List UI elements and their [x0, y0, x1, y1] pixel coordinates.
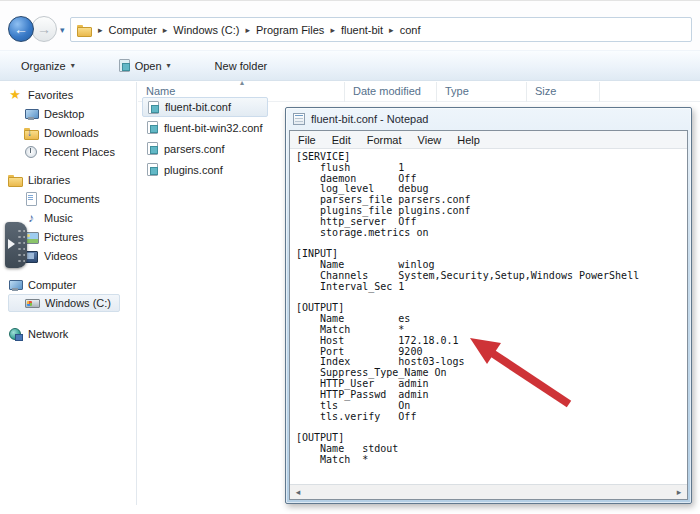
file-name: fluent-bit-win32.conf: [164, 122, 262, 134]
sidebar-item-label: Downloads: [44, 127, 98, 139]
sort-ascending-icon: ▴: [240, 78, 244, 87]
computer-icon: [8, 278, 22, 292]
menu-file[interactable]: File: [290, 134, 324, 146]
forward-button[interactable]: →: [31, 16, 57, 42]
chevron-down-icon: ▾: [167, 61, 171, 70]
sidebar-item-windows-c[interactable]: Windows (C:): [8, 294, 120, 312]
libraries-icon: [8, 173, 22, 187]
breadcrumb-program-files[interactable]: Program Files: [256, 24, 324, 36]
file-row-fluent-bit-conf[interactable]: fluent-bit.conf: [142, 97, 268, 117]
forward-icon: →: [37, 21, 51, 37]
file-row-parsers-conf[interactable]: parsers.conf: [142, 138, 292, 159]
address-bar[interactable]: ▸ Computer ▸ Windows (C:) ▸ Program File…: [70, 17, 692, 42]
sidebar-item-music[interactable]: ♪ Music: [8, 208, 136, 227]
sidebar-item-documents[interactable]: Documents: [8, 189, 136, 208]
conf-file-icon: [148, 101, 159, 114]
sidebar-item-videos[interactable]: Videos: [8, 246, 136, 265]
breadcrumb-conf[interactable]: conf: [400, 24, 421, 36]
sidebar-item-label: Music: [44, 212, 73, 224]
chevron-down-icon: ▾: [71, 61, 75, 70]
sidebar-item-network[interactable]: Network: [8, 324, 136, 343]
screen-edge-widget[interactable]: [5, 222, 27, 268]
config-file-content: [SERVICE] flush 1 daemon Off log_level d…: [290, 150, 687, 466]
sidebar-item-label: Recent Places: [44, 146, 115, 158]
sidebar-item-label: Windows (C:): [45, 297, 111, 309]
music-note-icon: ♪: [24, 211, 38, 225]
clock-icon: [24, 145, 38, 159]
breadcrumb-windows-c[interactable]: Windows (C:): [173, 24, 239, 36]
download-arrow-icon: ↓: [27, 127, 32, 138]
downloads-icon: ↓: [24, 126, 38, 140]
menu-help[interactable]: Help: [449, 134, 488, 146]
chevron-right-icon: ▸: [330, 25, 335, 35]
conf-file-icon: [147, 163, 158, 176]
file-row-fluent-bit-win32-conf[interactable]: fluent-bit-win32.conf: [142, 117, 292, 138]
organize-label: Organize: [21, 60, 66, 72]
notepad-text-area[interactable]: [SERVICE] flush 1 daemon Off log_level d…: [290, 150, 687, 484]
file-name: fluent-bit.conf: [165, 101, 231, 113]
sidebar-item-label: Desktop: [44, 108, 84, 120]
menu-format[interactable]: Format: [359, 134, 410, 146]
sidebar-item-label: Pictures: [44, 231, 84, 243]
back-button[interactable]: ←: [8, 16, 34, 42]
sidebar-item-computer[interactable]: Computer: [8, 275, 136, 294]
star-icon: ★: [8, 88, 22, 102]
column-header-size[interactable]: Size: [527, 82, 600, 102]
sidebar-item-libraries[interactable]: Libraries: [8, 170, 136, 189]
menu-view[interactable]: View: [410, 134, 450, 146]
hard-drive-icon: [25, 296, 39, 310]
new-folder-label: New folder: [215, 60, 268, 72]
column-header-date-modified[interactable]: Date modified: [345, 82, 437, 102]
sidebar-item-pictures[interactable]: Pictures: [8, 227, 136, 246]
file-row-plugins-conf[interactable]: plugins.conf: [142, 159, 292, 180]
sidebar-item-label: Computer: [28, 279, 76, 291]
sidebar-item-desktop[interactable]: Desktop: [8, 104, 136, 123]
notepad-title-bar[interactable]: fluent-bit.conf - Notepad: [286, 108, 691, 129]
chevron-right-icon: ▸: [245, 25, 250, 35]
screenshot-root: { "icons": { "back": "←", "forward": "→"…: [0, 0, 700, 514]
dot-grid-icon: [17, 228, 25, 262]
desktop-icon: [24, 107, 38, 121]
chevron-right-icon: ▸: [389, 25, 394, 35]
conf-file-icon: [147, 121, 158, 134]
sidebar-item-favorites[interactable]: ★ Favorites: [8, 85, 136, 104]
horizontal-scrollbar[interactable]: ◂ ▸: [290, 484, 687, 499]
sidebar-item-downloads[interactable]: ↓ Downloads: [8, 123, 136, 142]
chevron-right-icon: ▸: [98, 25, 103, 35]
recent-pages-dropdown[interactable]: ▾: [60, 25, 65, 35]
breadcrumb-computer[interactable]: Computer: [109, 24, 157, 36]
notepad-window[interactable]: fluent-bit.conf - Notepad File Edit Form…: [285, 107, 692, 504]
sidebar-item-label: Videos: [44, 250, 77, 262]
breadcrumb-fluent-bit[interactable]: fluent-bit: [341, 24, 383, 36]
column-header-blank: [600, 82, 700, 102]
file-name: plugins.conf: [164, 164, 223, 176]
file-name: parsers.conf: [164, 143, 225, 155]
file-list: fluent-bit.conf fluent-bit-win32.conf pa…: [142, 97, 292, 180]
open-button[interactable]: Open ▾: [112, 56, 178, 75]
scroll-left-icon[interactable]: ◂: [290, 485, 306, 500]
network-icon: [8, 327, 22, 341]
play-icon: [8, 239, 15, 249]
sidebar-item-label: Network: [28, 328, 68, 340]
sidebar-item-recent-places[interactable]: Recent Places: [8, 142, 136, 161]
menu-edit[interactable]: Edit: [324, 134, 359, 146]
breadcrumb: ▸ Computer ▸ Windows (C:) ▸ Program File…: [98, 24, 420, 36]
navigation-pane: ★ Favorites Desktop ↓ Downloads Recent P…: [0, 82, 137, 505]
sidebar-item-label: Libraries: [28, 174, 70, 186]
organize-button[interactable]: Organize ▾: [14, 57, 82, 75]
column-header-type[interactable]: Type: [437, 82, 527, 102]
sidebar-item-label: Favorites: [28, 89, 73, 101]
back-icon: ←: [14, 21, 28, 37]
new-folder-button[interactable]: New folder: [208, 57, 275, 75]
folder-icon: [77, 23, 92, 37]
document-icon: [24, 192, 38, 206]
notepad-icon: [293, 113, 305, 125]
conf-file-icon: [147, 142, 158, 155]
sidebar-item-label: Documents: [44, 193, 100, 205]
scroll-right-icon[interactable]: ▸: [671, 485, 687, 500]
explorer-navbar: ← → ▾ ▸ Computer ▸ Windows (C:) ▸ Progra…: [0, 0, 700, 50]
window-title: fluent-bit.conf - Notepad: [311, 113, 428, 125]
open-label: Open: [135, 60, 162, 72]
notepad-menu-bar: File Edit Format View Help: [290, 131, 687, 149]
command-toolbar: Organize ▾ Open ▾ New folder: [0, 50, 700, 81]
